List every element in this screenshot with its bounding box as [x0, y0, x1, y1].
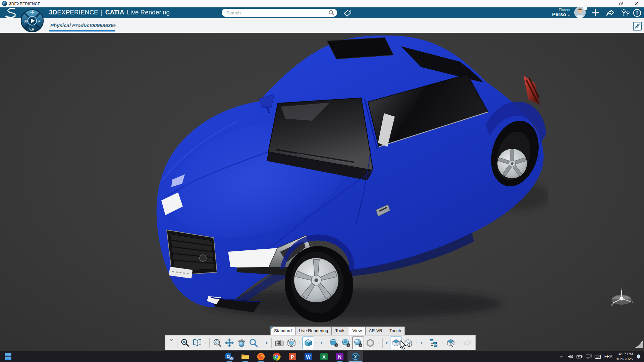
running-indicator	[258, 361, 264, 362]
render-sphere-gear-icon[interactable]	[352, 337, 364, 349]
action-bar-toolbar	[165, 335, 476, 350]
render-polysphere-gear-icon[interactable]	[340, 337, 352, 349]
add-icon[interactable]	[590, 8, 600, 17]
actionbar-tab-touch[interactable]: Touch	[386, 326, 405, 335]
svg-text:N: N	[338, 354, 341, 359]
examine-orbit-cube-icon	[462, 337, 473, 349]
community-people-icon[interactable]	[620, 8, 630, 17]
brand-app: CATIA	[105, 9, 124, 16]
3d-viewport[interactable]: Z X Y StandardLive RenderingToolsViewAR-…	[0, 33, 644, 351]
shaded-cube-icon[interactable]	[302, 337, 314, 349]
start-button[interactable]	[3, 352, 13, 361]
caret-down-icon[interactable]	[260, 337, 264, 349]
window-titlebar: 3DEXPERIENCE	[0, 0, 644, 7]
caret-down-icon[interactable]	[457, 337, 461, 349]
action-bar-tabs: StandardLive RenderingToolsViewAR-VRTouc…	[270, 326, 405, 335]
search-box[interactable]	[222, 9, 337, 17]
actionbar-tab-ar-vr[interactable]: AR-VR	[365, 326, 386, 335]
powerpoint-icon: P	[288, 352, 297, 361]
clock-date: 9/19/2025	[616, 357, 633, 361]
actionbar-tab-standard[interactable]: Standard	[270, 326, 296, 335]
windows-taskbar: OPWXN FRA 4:17 PM 9/19/2025	[0, 351, 644, 362]
clock[interactable]: 4:17 PM 9/19/2025	[616, 352, 633, 361]
svg-text:W: W	[306, 354, 311, 359]
taskbar-app-firefox[interactable]	[253, 351, 269, 362]
collapse-panel-icon[interactable]	[633, 21, 642, 31]
search-icon[interactable]	[328, 10, 334, 16]
taskbar-app-outlook[interactable]: O	[221, 351, 237, 362]
zoom-icon[interactable]	[248, 337, 259, 349]
taskbar-app-onenote[interactable]: N	[332, 351, 347, 362]
select-cube-icon[interactable]	[390, 337, 402, 349]
caret-down-icon[interactable]	[203, 337, 208, 349]
rotate-orbit-icon[interactable]	[235, 337, 247, 349]
actionbar-tab-tools[interactable]: Tools	[331, 326, 349, 335]
brand-title: 3DEXPERIENCE|CATIALive Rendering	[49, 9, 170, 16]
hide-show-cube-eye-icon[interactable]	[402, 337, 414, 349]
close-button[interactable]	[629, 0, 644, 7]
share-icon[interactable]	[605, 8, 615, 17]
active-tab-flag	[271, 327, 273, 329]
toolbar-separator	[382, 338, 383, 348]
tray-chevron-up-icon[interactable]	[558, 353, 565, 360]
brand-separator: |	[101, 9, 103, 16]
volume-icon[interactable]	[567, 353, 574, 360]
caret-down-icon[interactable]	[414, 337, 419, 349]
flyout-arrow-icon[interactable]	[264, 337, 270, 349]
taskbar-app-powerpoint[interactable]: P	[284, 351, 300, 362]
taskbar-app-chrome[interactable]	[269, 351, 284, 362]
resize-handle-icon[interactable]	[634, 340, 643, 349]
svg-text:X: X	[322, 354, 326, 359]
3dexperience-icon	[351, 352, 360, 361]
fit-all-in-icon[interactable]	[211, 337, 223, 349]
spec-tree-icon[interactable]	[428, 337, 440, 349]
svg-text:?: ?	[636, 10, 639, 15]
excel-icon: X	[320, 352, 328, 361]
notification-bell-icon[interactable]	[635, 353, 642, 360]
capture-camera-icon[interactable]	[273, 337, 285, 349]
preview-zoom-icon[interactable]	[179, 337, 191, 349]
actionbar-tab-live-rendering[interactable]: Live Rendering	[295, 326, 332, 335]
toolbar-separator	[209, 338, 210, 348]
iso-view-icon[interactable]	[285, 337, 297, 349]
user-menu[interactable]: Florent Perso⌄	[535, 8, 570, 17]
render-cylinder-gear-icon[interactable]	[328, 337, 340, 349]
document-tab[interactable]: Physical Product00968636	[49, 22, 115, 32]
display-pen-icon[interactable]	[585, 353, 592, 360]
taskbar-app-3dexperience[interactable]	[347, 351, 363, 362]
toolbar-separator	[426, 338, 426, 348]
taskbar-app-excel[interactable]: X	[316, 351, 332, 362]
toolbar-separator	[177, 338, 177, 348]
3dexperience-compass-icon[interactable]: 3D i² V,R	[20, 9, 44, 33]
caret-down-icon[interactable]	[314, 337, 319, 349]
chevron-down-icon[interactable]	[167, 336, 175, 344]
restore-button[interactable]	[613, 0, 629, 7]
new-tab-button[interactable]: +	[111, 22, 118, 29]
system-tray: FRA 4:17 PM 9/19/2025	[558, 351, 642, 362]
pan-icon[interactable]	[223, 337, 235, 349]
svg-text:i²: i²	[38, 19, 40, 23]
battery-icon[interactable]	[576, 353, 583, 360]
toolbar-separator	[271, 338, 272, 348]
caret-down-icon[interactable]	[440, 337, 444, 349]
flyout-arrow-icon[interactable]	[319, 337, 324, 349]
taskbar-app-file-explorer[interactable]	[237, 351, 253, 362]
help-icon[interactable]: ?	[632, 8, 642, 17]
minimize-button[interactable]	[598, 0, 613, 7]
running-indicator	[349, 361, 362, 362]
search-input[interactable]	[226, 10, 328, 16]
caret-down-icon[interactable]	[298, 337, 302, 349]
robot-triad[interactable]: Z X Y	[609, 288, 634, 313]
car-model[interactable]	[153, 36, 548, 324]
taskbar-app-word[interactable]: W	[300, 351, 316, 362]
catalog-book-icon[interactable]	[191, 337, 203, 349]
flyout-arrow-icon[interactable]	[419, 337, 424, 349]
aperture-icon[interactable]	[364, 337, 376, 349]
visibility-cube-cursor-icon[interactable]	[445, 337, 457, 349]
language-indicator[interactable]: FRA	[603, 354, 613, 359]
touch-keyboard-icon[interactable]	[594, 353, 601, 360]
actionbar-tab-view[interactable]: View	[349, 326, 366, 335]
caret-down-icon[interactable]	[376, 337, 381, 349]
flyout-arrow-icon[interactable]	[384, 337, 390, 349]
tag-icon[interactable]	[343, 9, 352, 17]
